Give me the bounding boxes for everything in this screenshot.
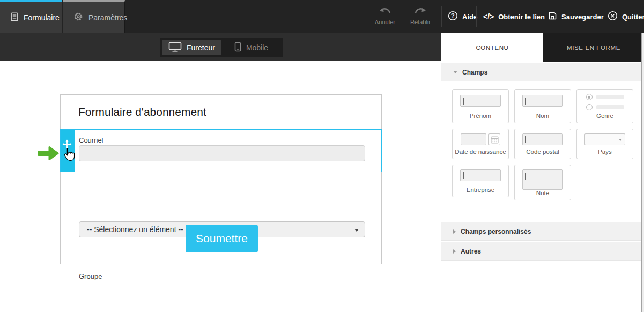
- triangle-right-icon: [453, 249, 456, 254]
- tab-mise-en-forme[interactable]: MISE EN FORME: [543, 33, 644, 62]
- monitor-icon: [168, 42, 182, 54]
- quit-label: Quitter: [622, 13, 644, 21]
- field-card-label: Pays: [577, 148, 633, 155]
- tab-mise-en-forme-label: MISE EN FORME: [567, 44, 620, 51]
- tab-formulaire[interactable]: Formulaire: [0, 0, 62, 33]
- toolbar-separator: [441, 6, 442, 27]
- form-document-icon: [11, 12, 18, 24]
- form-builder-app: Formulaire Paramètres Annuler: [0, 0, 644, 312]
- radio-icon: [586, 104, 593, 110]
- toolbar-separator: [601, 6, 601, 27]
- field-card-label: Note: [515, 190, 571, 196]
- group-select-value: -- Sélectionnez un élément --: [87, 225, 183, 234]
- help-button[interactable]: ? Aide: [448, 0, 477, 33]
- quit-button[interactable]: Quitter: [608, 0, 644, 33]
- mobile-preview-button[interactable]: Mobile: [222, 40, 280, 55]
- triangle-down-icon: [453, 71, 457, 73]
- device-toggle: Fureteur Mobile: [160, 38, 283, 57]
- top-toolbar: Formulaire Paramètres Annuler: [0, 0, 644, 33]
- undo-arrow-icon: [379, 6, 391, 16]
- subscription-form-card: Formulaire d'abonnement Courriel Groupe …: [60, 94, 382, 264]
- field-card-label: Genre: [577, 113, 633, 119]
- redo-arrow-icon: [414, 6, 427, 16]
- get-link-label: Obtenir le lien: [498, 13, 545, 21]
- text-input-preview: [460, 95, 501, 107]
- radio-group-preview: [586, 94, 624, 110]
- field-card-label: Date de naissance: [453, 148, 508, 155]
- tab-parametres[interactable]: Paramètres: [63, 0, 125, 33]
- tab-parametres-label: Paramètres: [88, 13, 127, 22]
- select-preview: [584, 133, 625, 145]
- gear-icon: [73, 12, 83, 24]
- section-champs-label: Champs: [462, 69, 487, 76]
- panel-scrollbar-thumb[interactable]: [641, 33, 642, 312]
- phone-icon: [234, 42, 241, 54]
- help-icon: ?: [448, 11, 458, 23]
- redo-button[interactable]: Rétablir: [404, 6, 436, 25]
- field-card-nom[interactable]: Nom: [514, 89, 571, 123]
- mobile-preview-label: Mobile: [246, 43, 268, 52]
- textarea-preview: [522, 169, 563, 190]
- calendar-icon: [488, 133, 500, 145]
- radio-selected-icon: [586, 94, 593, 100]
- code-brackets-icon: </>: [483, 12, 494, 21]
- email-label: Courriel: [79, 136, 103, 144]
- section-champs-personnalises-label: Champs personnalisés: [461, 228, 531, 235]
- text-input-preview: [522, 95, 563, 107]
- redo-label: Rétablir: [410, 19, 431, 25]
- field-card-label: Nom: [515, 113, 571, 119]
- text-input-preview: [461, 133, 486, 145]
- triangle-right-icon: [453, 229, 456, 234]
- chevron-down-icon: [354, 229, 359, 232]
- get-link-button[interactable]: </> Obtenir le lien: [483, 0, 545, 33]
- tab-contenu[interactable]: CONTENU: [441, 33, 543, 62]
- green-pointer-arrow: [38, 145, 59, 164]
- toolbar-separator: [541, 6, 541, 27]
- section-autres-label: Autres: [461, 248, 481, 255]
- tab-contenu-label: CONTENU: [476, 44, 508, 51]
- tab-formulaire-label: Formulaire: [24, 13, 60, 22]
- section-autres[interactable]: Autres: [441, 242, 641, 261]
- text-input-preview: [460, 169, 501, 181]
- section-champs-personnalises[interactable]: Champs personnalisés: [441, 222, 641, 241]
- toolbar-separator: [476, 6, 477, 27]
- editor-side-panel: CONTENU MISE EN FORME Champs Prénom Nom: [441, 33, 644, 312]
- field-card-prenom[interactable]: Prénom: [452, 89, 509, 123]
- undo-label: Annuler: [375, 19, 395, 25]
- chevron-down-icon: [619, 139, 622, 141]
- field-card-date-de-naissance[interactable]: Date de naissance: [452, 129, 509, 159]
- email-field-row-selected[interactable]: Courriel: [60, 129, 382, 172]
- section-champs[interactable]: Champs: [441, 63, 641, 81]
- close-circle-icon: [608, 11, 618, 23]
- form-title: Formulaire d'abonnement: [78, 106, 206, 118]
- field-card-pays[interactable]: Pays: [576, 129, 633, 159]
- save-icon: [548, 11, 557, 22]
- preview-mode-strip: Fureteur Mobile: [0, 33, 441, 61]
- form-canvas: Formulaire d'abonnement Courriel Groupe …: [0, 61, 441, 312]
- browser-preview-label: Fureteur: [187, 43, 215, 52]
- field-card-genre[interactable]: Genre: [576, 89, 633, 123]
- field-card-label: Prénom: [453, 113, 508, 119]
- hand-pointer-cursor: [63, 147, 75, 164]
- field-card-entreprise[interactable]: Entreprise: [452, 165, 509, 197]
- undo-button[interactable]: Annuler: [369, 6, 401, 25]
- help-label: Aide: [462, 13, 477, 21]
- save-label: Sauvegarder: [561, 13, 604, 21]
- browser-preview-button[interactable]: Fureteur: [162, 40, 221, 55]
- text-input-preview: [522, 133, 563, 145]
- field-card-label: Code postal: [515, 148, 571, 155]
- save-button[interactable]: Sauvegarder: [548, 0, 604, 33]
- submit-button[interactable]: Soumettre: [186, 225, 258, 252]
- field-card-note[interactable]: Note: [514, 165, 571, 200]
- field-card-label: Entreprise: [453, 187, 508, 193]
- svg-text:?: ?: [451, 13, 454, 19]
- field-card-code-postal[interactable]: Code postal: [514, 129, 571, 159]
- email-input[interactable]: [79, 145, 365, 161]
- group-label: Groupe: [79, 272, 102, 280]
